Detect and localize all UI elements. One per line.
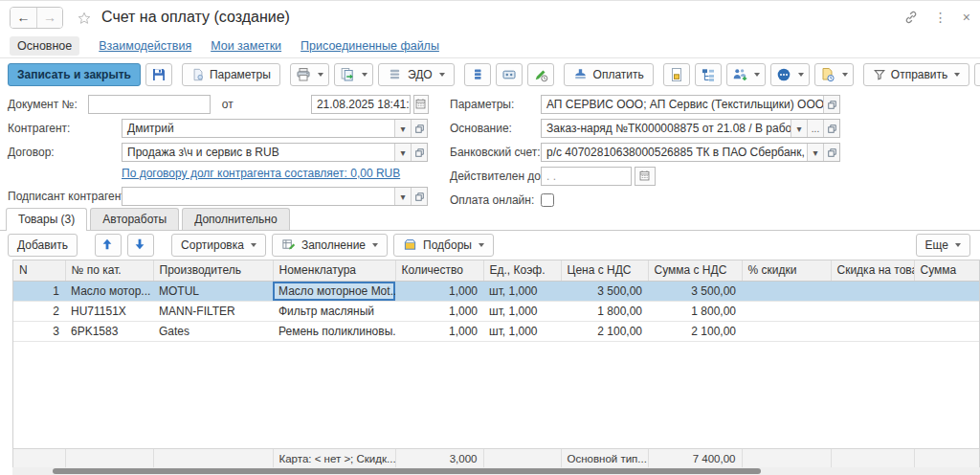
create-based-on-button[interactable] (334, 63, 373, 86)
tasks-button[interactable] (814, 63, 854, 86)
pay-button[interactable]: Оплатить (564, 63, 654, 86)
tab-goods[interactable]: Товары (3) (6, 208, 87, 231)
selected-cell[interactable]: Масло моторное Mot... (273, 281, 395, 301)
tab-auto-works[interactable]: Автоработы (90, 208, 179, 230)
table-cell[interactable] (831, 281, 914, 301)
signer-input[interactable]: ▾ (122, 187, 428, 206)
date-input[interactable]: 21.08.2025 18:41:27 (311, 95, 411, 114)
table-cell[interactable]: Gates (153, 321, 273, 341)
open-icon[interactable] (823, 144, 839, 161)
chevron-down-icon[interactable]: ▾ (394, 144, 411, 161)
column-header[interactable]: Сумма с НДС (648, 260, 742, 281)
table-cell[interactable]: 1 800,00 (648, 301, 742, 321)
table-cell[interactable]: 3 500,00 (648, 281, 742, 301)
table-row[interactable]: 3 6PK1583 Gates Ремень поликлиновы... 1,… (13, 321, 980, 341)
table-cell[interactable] (914, 321, 980, 341)
tab-attached-files[interactable]: Присоединенные файлы (301, 36, 439, 56)
forward-button[interactable]: → (36, 8, 62, 28)
table-cell[interactable]: 3 (13, 321, 65, 341)
table-cell[interactable]: HU71151X (65, 301, 153, 321)
back-button[interactable]: ← (11, 8, 36, 28)
open-icon[interactable] (411, 188, 427, 205)
bank-account-input[interactable]: р/с 40702810638000526885 ТК в ПАО Сберба… (541, 143, 840, 162)
parameters-button[interactable]: Параметры (182, 63, 280, 86)
table-cell[interactable]: Ремень поликлиновы... (273, 321, 395, 341)
chevron-down-icon[interactable]: ▾ (791, 120, 807, 137)
table-cell[interactable]: 3 500,00 (561, 281, 648, 301)
valid-until-input[interactable]: . . (541, 167, 632, 186)
column-header[interactable]: Количество (395, 260, 483, 281)
table-cell[interactable]: шт, 1,000 (483, 301, 561, 321)
structure-button[interactable] (695, 63, 722, 86)
tab-additional[interactable]: Дополнительно (182, 208, 289, 230)
open-icon[interactable] (411, 144, 427, 161)
table-cell[interactable]: шт, 1,000 (483, 321, 561, 341)
reminder-button[interactable] (974, 63, 980, 86)
online-payment-checkbox[interactable] (541, 193, 554, 207)
basis-input[interactable]: Заказ-наряд №ТК000008875 от 21.08 / В ра… (541, 119, 840, 138)
contract-debt-link[interactable]: По договору долг контрагента составляет:… (122, 167, 429, 180)
column-header[interactable]: Сумма (914, 260, 980, 281)
column-header[interactable]: Номенклатура (273, 260, 395, 281)
table-cell[interactable] (914, 301, 980, 321)
move-up-button[interactable] (95, 234, 122, 257)
table-cell[interactable]: 1,000 (395, 301, 483, 321)
fill-button[interactable]: Заполнение (272, 234, 388, 257)
table-cell[interactable]: 1 800,00 (561, 301, 648, 321)
items-more-button[interactable]: Еще (916, 234, 970, 257)
tab-my-notes[interactable]: Мои заметки (211, 36, 281, 56)
table-cell[interactable] (914, 281, 980, 301)
date-calendar-button[interactable] (413, 95, 429, 114)
column-header[interactable]: Скидка на товар (831, 260, 914, 281)
column-header[interactable]: N (13, 260, 65, 281)
move-down-button[interactable] (127, 234, 154, 257)
sort-button[interactable]: Сортировка (171, 234, 266, 257)
open-icon[interactable] (411, 120, 427, 137)
valid-until-calendar-button[interactable] (635, 167, 656, 186)
chevron-down-icon[interactable]: ▾ (394, 120, 411, 137)
table-cell[interactable]: MOTUL (153, 281, 273, 301)
table-cell[interactable]: 1,000 (395, 321, 483, 341)
list-button[interactable] (464, 63, 491, 86)
register-button[interactable] (496, 63, 523, 86)
table-row[interactable]: 1 Масло мотор... MOTUL Масло моторное Mo… (13, 281, 980, 301)
open-icon[interactable] (823, 120, 839, 137)
column-header[interactable]: Ед., Коэф. (483, 260, 561, 281)
table-cell[interactable]: Масло мотор... (65, 281, 153, 301)
chain-link-icon[interactable] (903, 10, 919, 25)
table-cell[interactable]: 2 100,00 (648, 321, 742, 341)
counterparty-input[interactable]: Дмитрий ▾ (122, 119, 428, 138)
table-cell[interactable]: 2 (13, 301, 65, 321)
chevron-down-icon[interactable]: ▾ (807, 144, 823, 161)
table-cell[interactable] (742, 301, 831, 321)
discuss-button[interactable] (770, 63, 810, 86)
open-icon[interactable] (823, 96, 839, 113)
parameters-input[interactable]: АП СЕРВИС ООО; АП Сервис (Текстильщики) … (541, 95, 840, 114)
add-row-button[interactable]: Добавить (8, 234, 78, 257)
table-cell[interactable] (742, 321, 831, 341)
edo-button[interactable]: ЭДО (378, 63, 455, 86)
chevron-down-icon[interactable]: ▾ (394, 188, 411, 205)
table-cell[interactable] (831, 301, 914, 321)
table-cell[interactable]: 6PK1583 (65, 321, 153, 341)
column-header[interactable]: Цена с НДС (561, 260, 648, 281)
print-button[interactable] (290, 63, 329, 86)
contract-input[interactable]: Продажа з\ч и сервис в RUB ▾ (122, 143, 428, 162)
column-header[interactable]: % скидки (742, 260, 831, 281)
table-cell[interactable]: 1 (13, 281, 65, 301)
edit-time-button[interactable] (527, 63, 554, 86)
column-header[interactable]: № по кат. (65, 260, 153, 281)
save-button[interactable] (145, 63, 172, 86)
pick-button[interactable]: Подборы (393, 234, 494, 257)
table-cell[interactable]: MANN-FILTER (153, 301, 273, 321)
table-cell[interactable] (742, 281, 831, 301)
close-icon[interactable]: × (963, 10, 970, 25)
tab-interactions[interactable]: Взаимодействия (99, 36, 191, 56)
table-cell[interactable] (831, 321, 914, 341)
send-button[interactable]: Отправить (863, 63, 970, 86)
doc-no-input[interactable] (88, 95, 211, 114)
table-cell[interactable]: Фильтр масляный (273, 301, 395, 321)
save-and-close-button[interactable]: Записать и закрыть (8, 63, 141, 86)
add-users-button[interactable] (726, 63, 766, 86)
favorite-star-icon[interactable] (77, 10, 92, 25)
